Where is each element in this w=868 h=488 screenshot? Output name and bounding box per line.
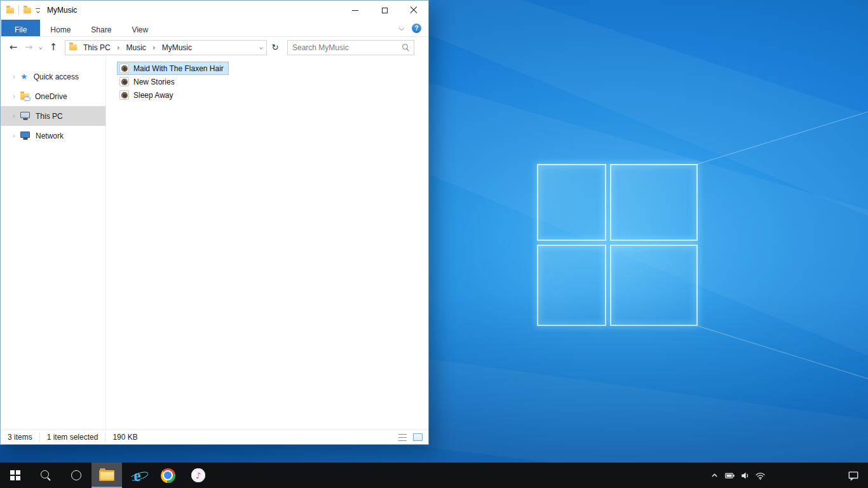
audio-file-icon	[119, 90, 129, 100]
qat-separator	[18, 6, 19, 15]
taskbar-file-explorer-button[interactable]	[92, 463, 122, 488]
file-item[interactable]: New Stories	[117, 75, 180, 88]
file-explorer-icon	[99, 470, 114, 481]
file-list[interactable]: Maid With The Flaxen Hair New Stories Sl…	[106, 58, 428, 430]
help-icon[interactable]: ?	[412, 24, 421, 33]
network-tray-button[interactable]	[752, 463, 768, 488]
ribbon-right-controls: ?	[400, 20, 429, 36]
show-hidden-icons-button[interactable]	[707, 463, 722, 488]
status-selection-info: 1 item selected	[40, 433, 105, 442]
chevron-right-icon	[11, 95, 15, 98]
file-item[interactable]: Maid With The Flaxen Hair	[117, 62, 229, 75]
back-button[interactable]: ←	[5, 39, 22, 56]
tab-view[interactable]: View	[121, 20, 158, 36]
explorer-content: ★ Quick access OneDrive This PC Network	[1, 58, 428, 430]
screen: MyMusic File Home Share View ? ← → ↑	[0, 0, 868, 488]
breadcrumb-separator-icon: ›	[153, 44, 156, 51]
music-note-icon: ♪	[196, 471, 201, 480]
this-pc-icon	[20, 112, 30, 118]
status-items-count: 3 items	[1, 433, 39, 442]
wifi-icon	[755, 470, 766, 481]
status-selection-size: 190 KB	[105, 433, 144, 442]
system-tray	[707, 463, 868, 488]
breadcrumb-this-pc[interactable]: This PC	[80, 43, 114, 52]
file-item[interactable]: Sleep Away	[117, 88, 179, 102]
window-system-folder-icon[interactable]	[6, 8, 14, 13]
taskbar-chrome-button[interactable]	[153, 463, 183, 488]
volume-tray-button[interactable]	[737, 463, 752, 488]
up-button[interactable]: ↑	[46, 39, 61, 56]
chevron-right-icon	[11, 75, 15, 79]
audio-file-icon	[119, 77, 129, 86]
view-toggles	[396, 431, 428, 444]
qat-customize-bar	[36, 8, 40, 9]
thumbnails-view-button[interactable]	[411, 431, 424, 444]
forward-button[interactable]: →	[22, 39, 36, 56]
title-bar[interactable]: MyMusic	[1, 1, 428, 20]
sidebar-item-this-pc[interactable]: This PC	[1, 106, 105, 126]
taskbar: e ♪	[0, 463, 868, 488]
breadcrumb-mymusic[interactable]: MyMusic	[159, 43, 195, 52]
address-dropdown-chevron-icon[interactable]	[259, 46, 263, 50]
address-folder-icon	[69, 44, 77, 50]
audio-file-icon	[119, 64, 129, 73]
chevron-right-icon	[11, 134, 15, 138]
address-bar[interactable]: This PC › Music › MyMusic	[65, 40, 267, 55]
cortana-icon	[71, 470, 81, 480]
maximize-icon	[382, 8, 388, 13]
close-icon	[410, 6, 417, 14]
search-icon[interactable]	[402, 44, 409, 51]
sidebar-item-network[interactable]: Network	[1, 126, 105, 146]
navigation-pane: ★ Quick access OneDrive This PC Network	[1, 58, 106, 430]
tab-file[interactable]: File	[1, 20, 40, 36]
action-center-button[interactable]	[839, 463, 868, 488]
action-center-icon	[848, 470, 859, 481]
status-bar: 3 items 1 item selected 190 KB	[1, 430, 428, 444]
breadcrumb-music[interactable]: Music	[123, 43, 149, 52]
search-input[interactable]	[292, 43, 398, 52]
breadcrumb-separator-icon: ›	[117, 44, 120, 51]
search-box	[287, 40, 414, 55]
quick-access-toolbar	[6, 6, 40, 15]
expand-ribbon-chevron-icon[interactable]	[398, 25, 403, 30]
taskbar-search-button[interactable]	[31, 463, 61, 488]
start-button[interactable]	[0, 463, 31, 488]
sidebar-item-label: This PC	[36, 112, 63, 121]
internet-explorer-icon: e	[133, 468, 140, 484]
cortana-button[interactable]	[61, 463, 92, 488]
sidebar-item-label: OneDrive	[35, 92, 67, 101]
thumbnails-view-icon	[413, 433, 423, 441]
sidebar-item-label: Network	[36, 132, 64, 140]
qat-properties-icon[interactable]	[24, 8, 31, 13]
refresh-button[interactable]: ↻	[267, 39, 283, 56]
address-toolbar: ← → ↑ This PC › Music › MyMusic ↻	[1, 37, 428, 58]
details-view-button[interactable]	[396, 431, 409, 444]
tab-home[interactable]: Home	[40, 20, 81, 36]
file-name: Maid With The Flaxen Hair	[133, 64, 224, 73]
taskbar-itunes-button[interactable]: ♪	[183, 463, 214, 488]
quick-access-star-icon: ★	[20, 72, 28, 81]
recent-locations-button[interactable]	[36, 39, 46, 56]
battery-tray-button[interactable]	[722, 463, 737, 488]
speaker-icon	[740, 470, 750, 481]
chevron-right-icon	[11, 114, 15, 118]
caption-buttons	[341, 1, 428, 20]
taskbar-internet-explorer-button[interactable]: e	[122, 463, 153, 488]
qat-customize-button[interactable]	[36, 8, 40, 13]
ribbon-tab-bar: File Home Share View ?	[1, 20, 428, 37]
window-title: MyMusic	[47, 6, 77, 15]
chevron-down-icon	[36, 10, 40, 13]
sidebar-item-onedrive[interactable]: OneDrive	[1, 86, 105, 106]
itunes-icon: ♪	[191, 468, 205, 482]
close-button[interactable]	[399, 1, 428, 20]
file-name: Sleep Away	[133, 91, 173, 100]
minimize-button[interactable]	[341, 1, 370, 20]
maximize-button[interactable]	[370, 1, 399, 20]
windows-logo-icon	[10, 470, 21, 481]
tab-share[interactable]: Share	[81, 20, 121, 36]
sidebar-item-label: Quick access	[34, 72, 79, 81]
sidebar-item-quick-access[interactable]: ★ Quick access	[1, 67, 105, 86]
onedrive-icon	[20, 93, 29, 100]
details-view-icon	[398, 434, 407, 441]
search-icon	[40, 470, 51, 481]
